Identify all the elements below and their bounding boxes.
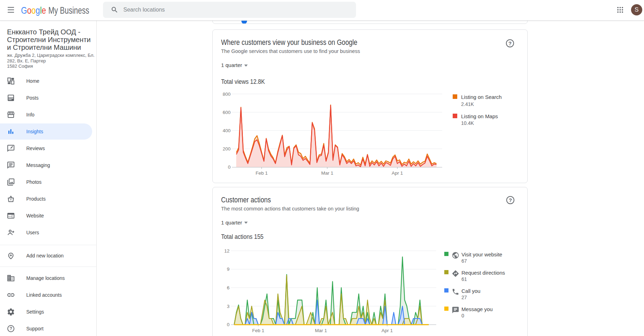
svg-text:12: 12 bbox=[224, 248, 229, 254]
svg-text:200: 200 bbox=[222, 146, 231, 152]
svg-text:3: 3 bbox=[227, 304, 229, 309]
svg-text:0: 0 bbox=[227, 322, 229, 327]
svg-text:0: 0 bbox=[228, 164, 231, 170]
svg-text:Mar 1: Mar 1 bbox=[321, 170, 334, 176]
svg-text:800: 800 bbox=[222, 92, 231, 97]
svg-text:9: 9 bbox=[227, 267, 229, 272]
svg-text:Apr 1: Apr 1 bbox=[382, 328, 393, 333]
svg-text:6: 6 bbox=[227, 285, 229, 290]
svg-text:Apr 1: Apr 1 bbox=[392, 170, 403, 176]
svg-text:Feb 1: Feb 1 bbox=[252, 328, 265, 333]
svg-text:?: ? bbox=[9, 326, 12, 331]
svg-text:Mar 1: Mar 1 bbox=[315, 328, 327, 333]
svg-text:600: 600 bbox=[222, 110, 231, 115]
svg-text:400: 400 bbox=[222, 128, 231, 133]
svg-text:Feb 1: Feb 1 bbox=[255, 170, 268, 176]
